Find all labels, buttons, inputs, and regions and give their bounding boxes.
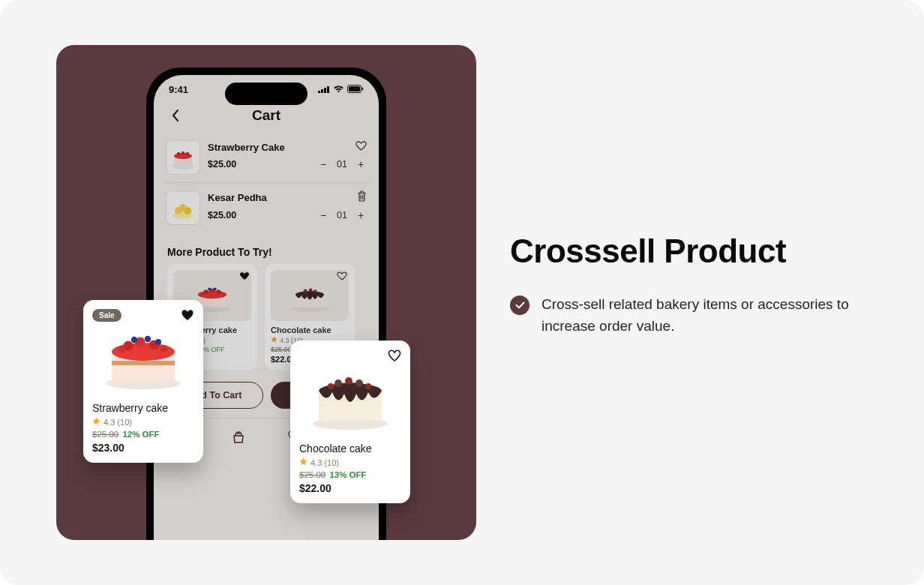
phone-notch — [225, 82, 308, 105]
star-icon — [271, 336, 278, 344]
qty-plus[interactable]: + — [355, 209, 367, 221]
product-name: Strawberry cake — [92, 402, 194, 414]
feature-bullet: Cross-sell related bakery items or acces… — [510, 294, 870, 337]
cart-list: Strawberry Cake $25.00 − 01 + — [154, 130, 379, 236]
cart-item-price: $25.00 — [208, 210, 236, 220]
heart-icon[interactable] — [388, 350, 401, 364]
svg-point-16 — [179, 204, 187, 212]
battery-icon — [347, 84, 364, 95]
svg-point-12 — [186, 152, 189, 155]
product-name: Chocolate cake — [299, 442, 401, 454]
svg-point-46 — [345, 377, 352, 385]
svg-point-22 — [216, 290, 220, 294]
copy-block: Crosssell Product Cross-sell related bak… — [510, 232, 870, 337]
hero-panel: 9:41 — [56, 45, 476, 540]
sale-badge: Sale — [92, 309, 122, 322]
svg-point-39 — [131, 337, 137, 343]
bullet-text: Cross-sell related bakery items or acces… — [542, 294, 870, 337]
status-indicators — [318, 84, 364, 95]
svg-point-45 — [334, 380, 342, 387]
cart-item-thumb — [166, 190, 200, 225]
cart-item-name: Strawberry Cake — [208, 142, 285, 153]
heart-icon[interactable] — [239, 272, 250, 282]
product-rating: 4.3 (10) — [299, 458, 401, 467]
star-icon — [92, 417, 100, 427]
svg-point-23 — [208, 288, 211, 291]
quantity-stepper: − 01 + — [317, 158, 367, 170]
cart-item: Kesar Pedha $25.00 − 01 + — [164, 183, 368, 232]
quantity-stepper: − 01 + — [317, 209, 367, 221]
cart-item-price: $25.00 — [208, 159, 236, 170]
star-icon — [299, 458, 308, 467]
svg-point-47 — [356, 380, 363, 387]
svg-rect-33 — [112, 361, 175, 365]
svg-point-10 — [177, 152, 180, 155]
qty-minus[interactable]: − — [317, 158, 329, 170]
svg-point-24 — [214, 288, 217, 291]
product-image — [92, 314, 194, 396]
heart-icon[interactable] — [337, 272, 347, 282]
svg-point-20 — [204, 290, 208, 294]
wifi-icon — [333, 84, 344, 95]
marketing-slide: 9:41 — [0, 0, 924, 585]
qty-value: 01 — [337, 210, 347, 220]
crosssell-heading: More Product To Try! — [154, 236, 379, 264]
product-rating: 4.3 (10) — [92, 417, 194, 427]
svg-point-27 — [304, 290, 308, 293]
status-time: 9:41 — [169, 84, 188, 95]
product-name: Chocolate cake — [271, 326, 349, 334]
nav-shop[interactable] — [228, 426, 249, 447]
svg-rect-1 — [321, 89, 323, 93]
page-title: Cart — [167, 107, 365, 124]
svg-point-29 — [314, 290, 317, 293]
heart-icon[interactable] — [181, 309, 194, 324]
crosssell-card-spotlight[interactable]: Sale Strawberry cake 4.3 (10) $25.00 12%… — [83, 300, 203, 463]
cart-item: Strawberry Cake $25.00 − 01 + — [164, 133, 368, 183]
heart-icon[interactable] — [356, 140, 367, 154]
svg-point-42 — [118, 346, 126, 353]
trash-icon[interactable] — [357, 190, 367, 205]
svg-point-41 — [155, 339, 161, 345]
product-priceline: $25.00 12% OFF — [92, 430, 194, 439]
svg-rect-2 — [324, 88, 326, 93]
svg-point-38 — [160, 345, 168, 352]
svg-rect-5 — [349, 86, 360, 92]
product-price: $22.00 — [299, 482, 401, 494]
cart-item-thumb — [166, 140, 200, 175]
svg-point-49 — [328, 383, 334, 389]
product-price: $23.00 — [92, 442, 194, 454]
svg-rect-0 — [318, 91, 320, 93]
qty-value: 01 — [337, 159, 347, 170]
svg-point-40 — [145, 336, 151, 342]
svg-rect-6 — [362, 88, 364, 91]
signal-icon — [318, 84, 330, 95]
check-icon — [510, 296, 530, 315]
svg-point-48 — [365, 383, 371, 389]
qty-minus[interactable]: − — [317, 209, 329, 221]
svg-point-28 — [309, 288, 313, 292]
qty-plus[interactable]: + — [355, 158, 367, 170]
headline: Crosssell Product — [510, 232, 870, 270]
cart-item-name: Kesar Pedha — [208, 192, 267, 203]
svg-point-11 — [182, 152, 184, 154]
svg-rect-3 — [327, 86, 329, 93]
product-priceline: $25.00 13% OFF — [299, 470, 401, 479]
product-image — [299, 354, 401, 436]
crosssell-card-spotlight[interactable]: Chocolate cake 4.3 (10) $25.00 13% OFF $… — [290, 340, 410, 503]
